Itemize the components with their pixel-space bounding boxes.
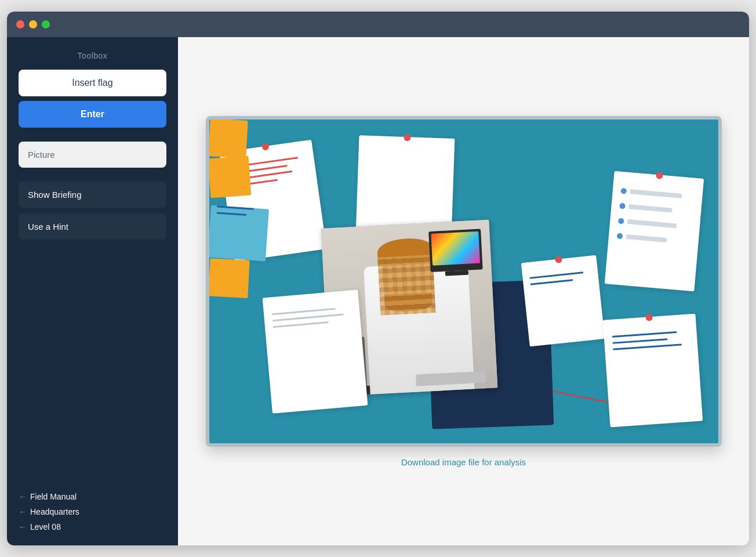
- nav-label-field-manual: Field Manual: [30, 492, 77, 501]
- pin-red: [261, 143, 270, 151]
- pin-red-4: [554, 255, 562, 263]
- note-bottom-left: [262, 290, 368, 414]
- enter-button[interactable]: Enter: [19, 101, 166, 128]
- traffic-lights: [16, 20, 50, 28]
- arrow-icon: ←: [19, 522, 27, 531]
- sidebar: Toolbox Insert flag Enter Picture Show B…: [7, 37, 178, 545]
- pin-red-5: [645, 313, 653, 321]
- arrow-icon: ←: [19, 507, 27, 516]
- sticky-note-orange-1: [208, 118, 248, 158]
- use-hint-button[interactable]: Use a Hint: [19, 214, 166, 240]
- sticky-note-orange-3: [208, 258, 249, 298]
- nav-label-level: Level 08: [30, 522, 61, 531]
- nav-label-headquarters: Headquarters: [30, 507, 79, 516]
- main-layout: Toolbox Insert flag Enter Picture Show B…: [7, 37, 749, 545]
- bullet-1: [620, 187, 627, 194]
- note-mid-right: [521, 255, 604, 346]
- bullet-4: [616, 233, 623, 239]
- minimize-button[interactable]: [29, 20, 37, 28]
- sidebar-nav: ← Field Manual ← Headquarters ← Level 08: [19, 492, 166, 531]
- bullet-2: [619, 202, 626, 209]
- nav-item-headquarters[interactable]: ← Headquarters: [19, 507, 166, 516]
- bulletin-board: [206, 116, 722, 447]
- maximize-button[interactable]: [42, 20, 50, 28]
- titlebar: [7, 12, 749, 37]
- main-content: Download image file for analysis: [178, 37, 749, 545]
- arrow-icon: ←: [19, 492, 27, 501]
- note-top-right: [604, 171, 703, 291]
- close-button[interactable]: [16, 20, 24, 28]
- download-link[interactable]: Download image file for analysis: [401, 457, 526, 467]
- app-window: Toolbox Insert flag Enter Picture Show B…: [7, 12, 749, 545]
- bullet-3: [617, 218, 624, 224]
- note-bottom-right: [602, 313, 703, 427]
- nav-item-level[interactable]: ← Level 08: [19, 522, 166, 531]
- show-briefing-button[interactable]: Show Briefing: [19, 182, 166, 208]
- nav-item-field-manual[interactable]: ← Field Manual: [19, 492, 166, 501]
- sticky-note-blue-1: [207, 205, 268, 261]
- toolbox-title: Toolbox: [19, 51, 166, 60]
- picture-button[interactable]: Picture: [19, 142, 166, 168]
- sticky-note-orange-2: [208, 155, 251, 198]
- pin-red-3: [655, 171, 663, 179]
- insert-flag-button[interactable]: Insert flag: [19, 70, 166, 96]
- pin-red-2: [403, 133, 410, 140]
